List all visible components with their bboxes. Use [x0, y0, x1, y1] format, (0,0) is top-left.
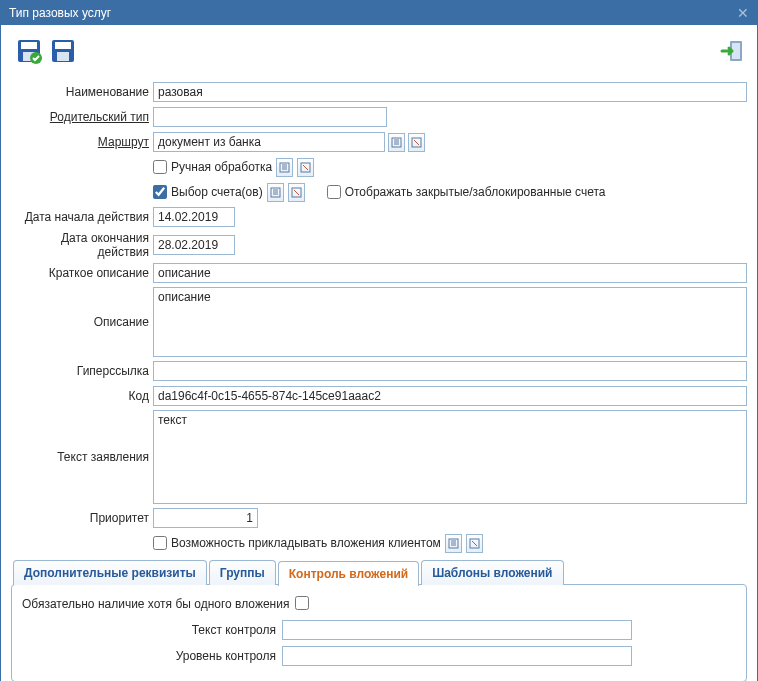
row-attach: Возможность прикладывать вложения клиент…	[11, 532, 747, 554]
show-closed-checkbox[interactable]	[327, 185, 341, 199]
exit-button[interactable]	[719, 37, 747, 65]
code-label: Код	[11, 389, 153, 403]
attach-lookup-button[interactable]	[445, 534, 462, 553]
manual-processing-checkbox[interactable]	[153, 160, 167, 174]
dialog-window: Тип разовых услуг ✕	[0, 0, 758, 681]
page-icon	[411, 137, 422, 148]
client-attach-label: Возможность прикладывать вложения клиент…	[171, 536, 441, 550]
row-start-date: Дата начала действия	[11, 206, 747, 228]
row-control-level: Уровень контроля	[22, 645, 736, 667]
save-button[interactable]	[49, 37, 77, 65]
floppy-check-icon	[16, 38, 42, 64]
route-clear-button[interactable]	[408, 133, 425, 152]
page-icon	[291, 187, 302, 198]
desc-textarea[interactable]	[153, 287, 747, 357]
svg-line-20	[303, 165, 308, 170]
tab-additional-requisites[interactable]: Дополнительные реквизиты	[13, 560, 207, 585]
toolbar	[11, 33, 747, 77]
row-short-desc: Краткое описание	[11, 262, 747, 284]
tab-attachment-templates[interactable]: Шаблоны вложений	[421, 560, 563, 585]
row-hyper: Гиперссылка	[11, 360, 747, 382]
name-label: Наименование	[11, 85, 153, 99]
manual-lookup-button[interactable]	[276, 158, 293, 177]
control-text-label: Текст контроля	[22, 623, 282, 637]
row-name: Наименование	[11, 81, 747, 103]
page-icon	[300, 162, 311, 173]
control-level-label: Уровень контроля	[22, 649, 282, 663]
row-account-select: Выбор счета(ов) Отображать закрытые/забл…	[11, 181, 747, 203]
list-icon	[270, 187, 281, 198]
form: Наименование Родительский тип Маршрут	[11, 77, 747, 554]
titlebar: Тип разовых услуг ✕	[1, 1, 757, 25]
end-date-input[interactable]	[153, 235, 235, 255]
required-attachment-checkbox[interactable]	[295, 596, 309, 610]
required-attachment-label: Обязательно наличие хотя бы одного вложе…	[22, 597, 295, 611]
hyperlink-label: Гиперссылка	[11, 364, 153, 378]
end-date-label: Дата окончания действия	[11, 231, 153, 259]
hyperlink-input[interactable]	[153, 361, 747, 381]
short-desc-label: Краткое описание	[11, 266, 153, 280]
tab-groups[interactable]: Группы	[209, 560, 276, 585]
route-label[interactable]: Маршрут	[11, 135, 153, 149]
row-code: Код	[11, 385, 747, 407]
code-input[interactable]	[153, 386, 747, 406]
app-text-textarea[interactable]	[153, 410, 747, 504]
short-desc-input[interactable]	[153, 263, 747, 283]
client-attach-checkbox[interactable]	[153, 536, 167, 550]
list-icon	[448, 538, 459, 549]
floppy-icon	[50, 38, 76, 64]
row-end-date: Дата окончания действия	[11, 231, 747, 259]
row-app-text: Текст заявления	[11, 410, 747, 504]
window-title: Тип разовых услуг	[9, 6, 111, 20]
door-exit-icon	[720, 38, 746, 64]
toolbar-left	[15, 37, 77, 65]
row-parent: Родительский тип	[11, 106, 747, 128]
route-lookup-button[interactable]	[388, 133, 405, 152]
svg-rect-1	[21, 42, 37, 49]
svg-line-26	[294, 190, 299, 195]
svg-line-14	[414, 140, 419, 145]
tabs-container: Дополнительные реквизиты Группы Контроль…	[11, 560, 747, 681]
row-manual: Ручная обработка	[11, 156, 747, 178]
page-icon	[469, 538, 480, 549]
svg-rect-6	[57, 52, 69, 61]
row-desc: Описание	[11, 287, 747, 357]
row-priority: Приоритет	[11, 507, 747, 529]
route-input[interactable]	[153, 132, 385, 152]
name-input[interactable]	[153, 82, 747, 102]
list-icon	[391, 137, 402, 148]
manual-clear-button[interactable]	[297, 158, 314, 177]
start-date-input[interactable]	[153, 207, 235, 227]
priority-input[interactable]	[153, 508, 258, 528]
account-lookup-button[interactable]	[267, 183, 284, 202]
attach-clear-button[interactable]	[466, 534, 483, 553]
row-route: Маршрут	[11, 131, 747, 153]
start-date-label: Дата начала действия	[11, 210, 153, 224]
tab-list: Дополнительные реквизиты Группы Контроль…	[13, 560, 747, 585]
account-select-label: Выбор счета(ов)	[171, 185, 263, 199]
show-closed-label: Отображать закрытые/заблокированные счет…	[345, 185, 606, 199]
svg-line-32	[472, 541, 477, 546]
account-clear-button[interactable]	[288, 183, 305, 202]
app-text-label: Текст заявления	[11, 410, 153, 464]
tab-panel-attachment-control: Обязательно наличие хотя бы одного вложе…	[11, 584, 747, 681]
tab-attachment-control[interactable]: Контроль вложений	[278, 561, 419, 586]
control-level-input[interactable]	[282, 646, 632, 666]
account-select-checkbox[interactable]	[153, 185, 167, 199]
control-text-input[interactable]	[282, 620, 632, 640]
save-and-close-button[interactable]	[15, 37, 43, 65]
list-icon	[279, 162, 290, 173]
close-icon[interactable]: ✕	[737, 5, 749, 21]
row-required-attachment: Обязательно наличие хотя бы одного вложе…	[22, 593, 736, 615]
desc-label: Описание	[11, 287, 153, 329]
manual-processing-label: Ручная обработка	[171, 160, 272, 174]
row-control-text: Текст контроля	[22, 619, 736, 641]
priority-label: Приоритет	[11, 511, 153, 525]
svg-rect-5	[55, 42, 71, 49]
parent-type-label[interactable]: Родительский тип	[11, 110, 153, 124]
parent-type-input[interactable]	[153, 107, 387, 127]
window-content: Наименование Родительский тип Маршрут	[1, 25, 757, 681]
